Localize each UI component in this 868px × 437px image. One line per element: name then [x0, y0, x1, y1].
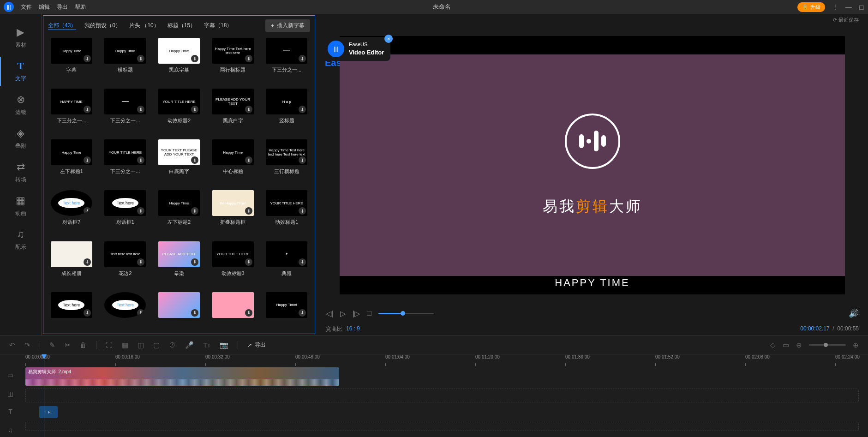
asset-item[interactable]: PLEASE ADD YOUR TEXT⬇黑底白字 — [210, 89, 257, 135]
download-icon[interactable]: ⬇ — [245, 309, 252, 317]
asset-item[interactable]: Happy Time⬇黑底字幕 — [156, 38, 203, 84]
nav-text[interactable]: T文字 — [0, 54, 41, 88]
insert-subtitle-button[interactable]: + 插入新字幕 — [265, 19, 310, 32]
text-size-icon[interactable]: Tт — [203, 341, 210, 349]
download-icon[interactable]: ⬇ — [299, 309, 306, 317]
more-icon[interactable]: ⋮ — [832, 3, 838, 11]
tab-subtitles[interactable]: 字幕（18） — [204, 22, 232, 30]
asset-item[interactable]: Happy Time⬇左下标题1 — [48, 139, 95, 186]
nav-animation[interactable]: ▦动画 — [0, 189, 41, 223]
download-icon[interactable]: ⬇ — [191, 55, 198, 62]
freeze-icon[interactable]: ▢ — [153, 341, 160, 349]
asset-item[interactable]: ⬇ — [210, 292, 257, 331]
timeline-tracks[interactable]: ▭ ◫ T ♫ 易我剪辑大师_2.mp4 T H.. — [0, 366, 868, 437]
download-icon[interactable]: ⬇ — [137, 309, 144, 317]
play-icon[interactable]: ▷ — [340, 309, 346, 318]
asset-item[interactable]: Text hereText here⬇花边2 — [102, 241, 149, 287]
asset-grid[interactable]: Happy Time⬇字幕Happy Time⬇横标题Happy Time⬇黑底… — [43, 36, 315, 334]
crop-icon[interactable]: ⛶ — [106, 341, 113, 349]
asset-item[interactable]: Happy Time⬇左下标题2 — [156, 190, 203, 236]
voice-icon[interactable]: 🎤 — [185, 341, 194, 349]
audio-track[interactable] — [25, 422, 859, 431]
download-icon[interactable]: ⬇ — [245, 55, 252, 62]
asset-item[interactable]: ⬇ — [156, 292, 203, 331]
nav-filter[interactable]: ⊗滤镜 — [0, 88, 41, 122]
tab-titles[interactable]: 标题（15） — [168, 22, 196, 30]
download-icon[interactable]: ⬇ — [299, 106, 306, 113]
video-clip[interactable]: 易我剪辑大师_2.mp4 — [25, 367, 339, 386]
asset-item[interactable]: ⬇成长相册 — [48, 241, 95, 287]
edit-icon[interactable]: ✎ — [49, 341, 55, 349]
marker-icon[interactable]: ◇ — [770, 341, 776, 349]
asset-item[interactable]: YOUR TITLE HERE⬇动效标题3 — [210, 241, 257, 287]
pip-track-icon[interactable]: ◫ — [0, 387, 21, 401]
asset-item[interactable]: HAPPY TIME⬇下三分之一... — [48, 89, 95, 135]
delete-icon[interactable]: 🗑 — [80, 341, 87, 349]
download-icon[interactable]: ⬇ — [191, 156, 198, 164]
download-icon[interactable]: ⬇ — [84, 207, 91, 215]
asset-item[interactable]: Text here⬇ — [48, 292, 95, 331]
download-icon[interactable]: ⬇ — [191, 309, 198, 317]
asset-item[interactable]: ✦⬇典雅 — [263, 241, 310, 287]
download-icon[interactable]: ⬇ — [245, 258, 252, 266]
text-track[interactable]: T H.. — [25, 405, 868, 419]
text-track-icon[interactable]: T — [0, 405, 21, 419]
download-icon[interactable]: ⬇ — [299, 258, 306, 266]
asset-item[interactable]: YOUR TITLE HERE⬇下三分之一... — [102, 139, 149, 186]
download-icon[interactable]: ⬇ — [245, 106, 252, 113]
redo-icon[interactable]: ↷ — [24, 341, 30, 349]
asset-item[interactable]: Happy Time Text here text here⬇两行横标题 — [210, 38, 257, 84]
download-icon[interactable]: ⬇ — [137, 106, 144, 113]
download-icon[interactable]: ⬇ — [245, 207, 252, 215]
minimize-icon[interactable]: — — [845, 3, 852, 11]
prev-frame-icon[interactable]: ◁| — [326, 309, 333, 318]
screenshot-icon[interactable]: 📷 — [220, 341, 228, 349]
download-icon[interactable]: ⬇ — [84, 258, 91, 266]
fit-icon[interactable]: ▭ — [783, 341, 789, 349]
mask-icon[interactable]: ◫ — [138, 341, 144, 349]
download-icon[interactable]: ⬇ — [191, 258, 198, 266]
maximize-icon[interactable]: ◻ — [859, 3, 864, 11]
asset-item[interactable]: Be Happy Time!⬇折叠标题框 — [210, 190, 257, 236]
tab-openers[interactable]: 片头 （10） — [129, 22, 159, 30]
mosaic-icon[interactable]: ▦ — [122, 341, 128, 349]
progress-slider[interactable] — [378, 313, 434, 314]
download-icon[interactable]: ⬇ — [137, 258, 144, 266]
volume-icon[interactable]: 🔊 — [849, 308, 859, 318]
menu-edit[interactable]: 编辑 — [39, 3, 50, 11]
asset-item[interactable]: ━━━⬇下三分之一... — [263, 38, 310, 84]
nav-media[interactable]: ▶素材 — [0, 21, 41, 54]
timeline-ruler[interactable]: 00:00:00.0000:00:16.0000:00:32.0000:00:4… — [0, 354, 868, 366]
asset-item[interactable]: Text here⬇ — [102, 292, 149, 331]
download-icon[interactable]: ⬇ — [137, 156, 144, 164]
zoom-in-icon[interactable]: ⊕ — [853, 341, 859, 349]
asset-item[interactable]: YOUR TEXT PLEASE ADD YOUR TEXT⬇白底黑字 — [156, 139, 203, 186]
asset-item[interactable]: YOUR TITLE HERE⬇动效标题2 — [156, 89, 203, 135]
stop-icon[interactable]: □ — [367, 309, 371, 317]
download-icon[interactable]: ⬇ — [137, 207, 144, 215]
download-icon[interactable]: ⬇ — [299, 207, 306, 215]
download-icon[interactable]: ⬇ — [84, 156, 91, 164]
export-button[interactable]: ↗ 导出 — [247, 341, 266, 349]
video-preview[interactable]: 易我剪辑大师 HAPPY TIME — [340, 36, 845, 294]
download-icon[interactable]: ⬇ — [191, 207, 198, 215]
download-icon[interactable]: ⬇ — [299, 55, 306, 62]
tab-all[interactable]: 全部（43） — [48, 22, 76, 30]
download-icon[interactable]: ⬇ — [84, 106, 91, 113]
menu-export[interactable]: 导出 — [57, 3, 68, 11]
audio-track-icon[interactable]: ♫ — [0, 423, 21, 437]
asset-item[interactable]: Text here⬇对话框7 — [48, 190, 95, 236]
speed-icon[interactable]: ⏱ — [169, 341, 176, 349]
asset-item[interactable]: Happy Time Text here text here Text here… — [263, 139, 310, 186]
tab-presets[interactable]: 我的预设（0） — [84, 22, 121, 30]
menu-file[interactable]: 文件 — [21, 3, 32, 11]
asset-item[interactable]: Text here⬇对话框1 — [102, 190, 149, 236]
cut-icon[interactable]: ✂ — [65, 341, 71, 349]
asset-item[interactable]: YOUR TITLE HERE⬇动效标题1 — [263, 190, 310, 236]
nav-music[interactable]: ♫配乐 — [0, 223, 41, 257]
zoom-out-icon[interactable]: ⊖ — [796, 341, 802, 349]
download-icon[interactable]: ⬇ — [84, 55, 91, 62]
empty-track[interactable] — [25, 389, 859, 402]
asset-item[interactable]: H a p⬇竖标题 — [263, 89, 310, 135]
text-clip[interactable]: T H.. — [39, 406, 58, 418]
